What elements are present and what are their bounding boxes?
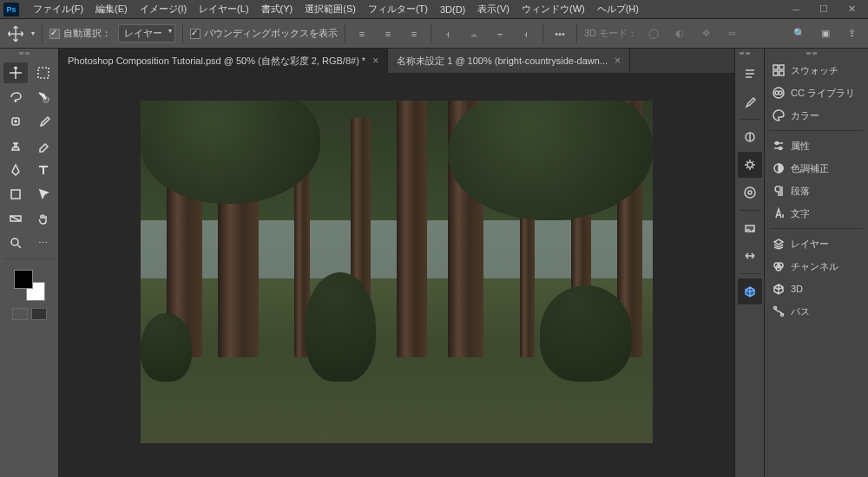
chevron-down-icon[interactable]: ▾ — [31, 29, 35, 37]
panel-cclibraries[interactable]: CC ライブラリ — [765, 82, 868, 104]
contrast-icon — [772, 161, 786, 175]
toolbox-handle[interactable] — [19, 52, 40, 56]
swatches-icon — [772, 63, 786, 77]
menu-select[interactable]: 選択範囲(S) — [299, 1, 361, 17]
pen-tool[interactable] — [3, 160, 28, 180]
canvas-area[interactable] — [59, 73, 734, 477]
document-tab-1[interactable]: Photoshop Composition Tutorial.psd @ 50%… — [59, 49, 388, 73]
panel-3d[interactable]: 3D — [765, 278, 868, 300]
color-wells[interactable] — [14, 270, 45, 301]
properties-panel-icon[interactable] — [738, 152, 762, 178]
menu-window[interactable]: ウィンドウ(W) — [516, 1, 590, 17]
panel-swatches[interactable]: スウォッチ — [765, 59, 868, 82]
type-tool[interactable] — [31, 160, 56, 180]
3d-pan-icon: ✥ — [696, 24, 715, 43]
panels-dock: スウォッチ CC ライブラリ カラー 属性 色調補正 段落 文字 レイヤー チャ… — [764, 49, 868, 477]
align-center-v-icon[interactable]: ⫠ — [464, 24, 483, 43]
menu-view[interactable]: 表示(V) — [472, 1, 515, 17]
marquee-tool[interactable] — [31, 62, 56, 83]
panel-paths[interactable]: パス — [765, 300, 868, 323]
menu-3d[interactable]: 3D(D) — [435, 3, 470, 16]
menu-filter[interactable]: フィルター(T) — [363, 1, 433, 17]
panel-adjustments[interactable]: 色調補正 — [765, 157, 868, 180]
menubar: Ps ファイル(F) 編集(E) イメージ(I) レイヤー(L) 書式(Y) 選… — [0, 0, 868, 19]
panel-paragraph[interactable]: 段落 — [765, 180, 868, 202]
menu-file[interactable]: ファイル(F) — [28, 1, 89, 17]
styles-panel-icon[interactable] — [738, 180, 762, 206]
lasso-tool[interactable] — [3, 87, 28, 108]
menu-help[interactable]: ヘルプ(H) — [592, 1, 644, 17]
svg-rect-10 — [773, 65, 778, 69]
quick-mask-toggle[interactable] — [12, 308, 47, 320]
zoom-tool[interactable] — [3, 232, 28, 253]
brush-tool[interactable] — [31, 111, 56, 132]
toolbox: ⋯ — [0, 49, 59, 477]
healing-tool[interactable] — [3, 111, 28, 132]
options-bar: ▾ 自動選択： レイヤー バウンディングボックスを表示 ≡ ≡ ≡ ⫞ ⫠ ⫟ … — [0, 19, 868, 49]
panel-layers[interactable]: レイヤー — [765, 232, 868, 255]
close-icon[interactable]: × — [615, 55, 621, 67]
move-tool[interactable] — [3, 62, 28, 83]
auto-select-label: 自動選択： — [63, 27, 111, 40]
svg-point-9 — [748, 191, 752, 194]
document-tab-2[interactable]: 名称未設定 1 @ 100% (bright-countryside-dawn.… — [388, 49, 630, 73]
align-top-icon[interactable]: ⫞ — [438, 24, 457, 43]
panel-color[interactable]: カラー — [765, 104, 868, 127]
brush-panel-icon[interactable] — [738, 88, 762, 114]
window-maximize[interactable]: ☐ — [811, 1, 837, 18]
iconstrip-handle[interactable] — [740, 52, 760, 56]
auto-select-target[interactable]: レイヤー — [118, 24, 175, 42]
mode-3d-label: 3D モード： — [584, 27, 637, 40]
panel-properties[interactable]: 属性 — [765, 134, 868, 157]
path-select-tool[interactable] — [31, 184, 56, 205]
menu-layer[interactable]: レイヤー(L) — [194, 1, 253, 17]
clone-stamp-tool[interactable] — [3, 135, 28, 156]
navigator-panel-icon[interactable] — [738, 215, 762, 241]
panel-character[interactable]: 文字 — [765, 202, 868, 225]
panel-channels[interactable]: チャンネル — [765, 255, 868, 278]
more-options-icon[interactable]: ••• — [550, 24, 569, 43]
foreground-color[interactable] — [14, 270, 33, 289]
menu-edit[interactable]: 編集(E) — [90, 1, 133, 17]
align-bottom-icon[interactable]: ⫟ — [490, 24, 510, 43]
palette-icon — [772, 108, 786, 122]
channels-icon — [772, 259, 786, 273]
share-icon[interactable]: ⇪ — [842, 24, 861, 43]
menu-image[interactable]: イメージ(I) — [135, 1, 192, 17]
document-tabs: Photoshop Composition Tutorial.psd @ 50%… — [59, 49, 734, 73]
distribute-icon[interactable]: ⫞ — [516, 24, 536, 43]
search-icon[interactable]: 🔍 — [790, 24, 809, 43]
align-right-icon[interactable]: ≡ — [404, 24, 424, 43]
hand-tool[interactable] — [31, 208, 56, 229]
canvas[interactable] — [141, 101, 653, 443]
svg-point-7 — [747, 162, 753, 167]
3d-slide-icon: ⇔ — [722, 24, 741, 43]
align-left-icon[interactable]: ≡ — [352, 24, 372, 43]
actions-panel-icon[interactable] — [738, 243, 762, 269]
eraser-tool[interactable] — [31, 135, 56, 156]
edit-toolbar[interactable]: ⋯ — [31, 232, 56, 253]
tab-title: 名称未設定 1 @ 100% (bright-countryside-dawn.… — [397, 55, 608, 68]
quick-select-tool[interactable] — [31, 87, 56, 108]
move-tool-icon[interactable] — [7, 25, 24, 42]
shape-tool[interactable] — [3, 184, 28, 205]
align-center-h-icon[interactable]: ≡ — [378, 24, 398, 43]
history-panel-icon[interactable] — [738, 61, 762, 87]
close-icon[interactable]: × — [372, 55, 378, 67]
layers-icon — [772, 237, 786, 251]
gradient-tool[interactable] — [3, 208, 28, 229]
window-close[interactable]: ✕ — [838, 1, 865, 18]
cube-icon — [772, 282, 786, 296]
svg-point-16 — [779, 91, 782, 95]
bounding-box-checkbox[interactable]: バウンディングボックスを表示 — [190, 27, 338, 40]
3d-roll-icon: ◐ — [670, 24, 689, 43]
3d-panel-icon[interactable] — [738, 278, 762, 304]
bounding-box-label: バウンディングボックスを表示 — [204, 27, 338, 40]
auto-select-checkbox[interactable]: 自動選択： — [49, 27, 111, 40]
adjustments-panel-icon[interactable] — [738, 124, 762, 150]
svg-point-17 — [776, 142, 779, 145]
window-minimize[interactable]: ─ — [783, 1, 809, 18]
panels-handle[interactable] — [806, 52, 827, 56]
frame-icon[interactable]: ▣ — [816, 24, 835, 43]
menu-type[interactable]: 書式(Y) — [256, 1, 299, 17]
